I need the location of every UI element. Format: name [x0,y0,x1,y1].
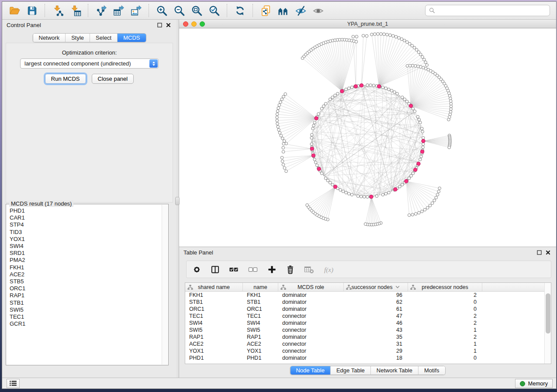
run-mcds-button[interactable]: Run MCDS [45,74,86,84]
mcds-node[interactable] [422,139,425,143]
mcds-node[interactable] [315,117,318,120]
column-header-name[interactable]: name [243,283,278,291]
mcds-result-item[interactable]: STB5 [10,278,161,285]
column-header-shared-name[interactable]: shared name [185,283,243,291]
export-network-button[interactable] [94,3,108,17]
tab-node-table[interactable]: Node Table [290,366,330,375]
tab-select[interactable]: Select [90,34,117,42]
mcds-result-item[interactable]: SWI4 [10,243,161,250]
delete-table-button[interactable] [304,265,314,274]
add-row-button[interactable] [267,265,277,274]
mcds-node[interactable] [333,185,337,189]
mcds-node[interactable] [377,85,381,88]
tab-mcds[interactable]: MCDS [117,34,145,42]
mcds-result-item[interactable]: STB1 [10,299,161,306]
table-row[interactable]: FKH1FKH1dominator962 [185,292,544,299]
mcds-node[interactable] [370,195,373,199]
mcds-node[interactable] [310,147,314,151]
mcds-result-item[interactable]: SWI5 [10,306,161,313]
close-panel-action-button[interactable]: Close panel [92,74,134,84]
function-builder-button[interactable]: f(x) [323,265,337,274]
copy-network-button[interactable] [259,3,273,17]
table-scrollbar-thumb[interactable] [546,293,550,334]
tab-network-table[interactable]: Network Table [370,366,418,375]
mcds-result-item[interactable]: GCR1 [10,320,161,327]
table-row[interactable]: RAP1RAP1dominator352 [185,334,544,340]
mcds-node[interactable] [409,104,412,107]
table-row[interactable]: STB1STB1dominator620 [185,299,544,306]
export-image-button[interactable] [129,3,143,17]
float-table-panel-button[interactable] [537,250,542,255]
window-minimize-button[interactable] [191,21,197,27]
memory-button[interactable]: Memory [515,379,553,388]
mcds-result-item[interactable]: STP4 [10,221,161,228]
mcds-result-item[interactable]: RAP1 [10,292,161,299]
table-row[interactable]: ORC1ORC1dominator610 [185,306,544,313]
mcds-result-item[interactable]: FKH1 [10,264,161,271]
optimization-criterion-select[interactable]: largest connected component (undirected) [20,58,159,69]
save-session-button[interactable] [25,3,39,17]
window-close-button[interactable] [183,21,188,27]
zoom-out-button[interactable] [172,3,186,17]
first-neighbors-button[interactable] [276,3,290,17]
table-row[interactable]: SWI4SWI4dominator462 [185,320,544,327]
mcds-result-item[interactable]: ORC1 [10,285,161,292]
refresh-layout-button[interactable] [233,3,247,17]
task-history-button[interactable] [7,379,20,388]
close-panel-button[interactable] [166,23,171,28]
import-table-button[interactable] [68,3,82,17]
deselect-all-button[interactable] [248,265,258,274]
mcds-node[interactable] [405,179,408,183]
hide-selected-button[interactable] [294,3,308,17]
import-network-button[interactable] [51,3,65,17]
mcds-result-item[interactable]: YOX1 [10,236,161,243]
tab-style[interactable]: Style [65,34,90,42]
mcds-result-item[interactable]: TID3 [10,229,161,236]
mcds-result-list[interactable]: PHD1CAR1STP4TID3YOX1SWI4SRD1PMA2FKH1ACE2… [7,205,161,364]
mcds-node[interactable] [394,188,397,191]
mcds-result-item[interactable]: TEC1 [10,313,161,320]
table-row[interactable]: ACE2ACE2connector311 [185,340,544,347]
table-settings-button[interactable] [192,265,201,274]
float-panel-button[interactable] [157,23,162,28]
column-header-successor-nodes[interactable]: successor nodes [344,283,408,291]
show-all-button[interactable] [311,3,325,17]
mcds-node[interactable] [414,168,417,172]
mcds-node[interactable] [311,154,315,157]
mcds-node[interactable] [354,85,357,88]
mcds-result-item[interactable]: ACE2 [10,271,161,278]
search-box[interactable] [425,5,550,16]
tab-network[interactable]: Network [33,34,65,42]
panel-splitter[interactable] [176,20,179,378]
mcds-result-item[interactable]: SRD1 [10,250,161,257]
mcds-node[interactable] [360,84,363,87]
network-view-canvas[interactable] [179,28,556,247]
mcds-node[interactable] [417,162,420,165]
window-zoom-button[interactable] [200,21,205,27]
close-table-panel-button[interactable] [546,250,550,255]
mcds-result-item[interactable]: CAR1 [10,214,161,221]
column-header-predecessor-nodes[interactable]: predecessor nodes [408,283,482,291]
mcds-node[interactable] [340,89,344,93]
split-columns-button[interactable] [211,265,220,274]
zoom-fit-button[interactable] [190,3,204,17]
zoom-selected-button[interactable] [207,3,221,17]
mcds-result-item[interactable]: PHD1 [10,207,161,214]
open-session-button[interactable] [7,3,21,17]
table-scrollbar[interactable] [544,283,551,364]
table-row[interactable]: SWI5SWI5connector431 [185,327,544,334]
mcds-result-scrollbar[interactable] [162,205,168,364]
select-all-button[interactable] [229,265,239,274]
tab-motifs[interactable]: Motifs [418,366,445,375]
delete-row-button[interactable] [286,265,295,274]
splitter-handle-icon[interactable] [175,197,180,205]
table-row[interactable]: YOX1YOX1connector291 [185,347,544,354]
mcds-node[interactable] [421,150,424,153]
export-table-button[interactable] [111,3,125,17]
zoom-in-button[interactable] [155,3,169,17]
mcds-result-item[interactable]: PMA2 [10,257,161,264]
tab-edge-table[interactable]: Edge Table [330,366,370,375]
mcds-node[interactable] [317,167,321,171]
column-header-MCDS-role[interactable]: MCDS role [278,283,344,291]
network-search-input[interactable] [438,7,546,14]
